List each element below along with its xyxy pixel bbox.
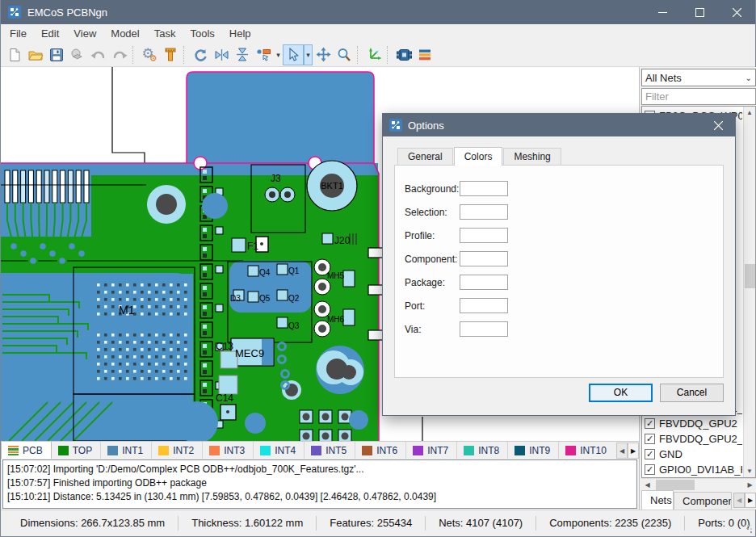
pcb-label-q4: Q4 (259, 268, 271, 277)
layer-color-icon (464, 446, 474, 455)
color-label: Component: (405, 254, 455, 265)
sidebar-tab[interactable]: Components (674, 492, 732, 510)
color-row: Via: (405, 317, 723, 341)
dialog-tab[interactable]: General (397, 148, 453, 165)
layer-tab[interactable]: INT7 (406, 442, 457, 459)
ok-button[interactable]: OK (589, 384, 653, 402)
layer-tab[interactable]: INT3 (203, 442, 254, 459)
layer-tab[interactable]: INT9 (508, 442, 559, 459)
new-file-button[interactable] (4, 44, 25, 65)
sidebar-tabs-scroll-right[interactable]: ▶ (745, 493, 756, 508)
maximize-button[interactable] (681, 0, 718, 24)
refresh-icon (193, 48, 208, 62)
layer-tab[interactable]: TOP (52, 442, 101, 459)
refresh-button[interactable] (190, 44, 211, 65)
color-row: Port: (405, 294, 723, 317)
undo-button[interactable] (88, 44, 109, 65)
color-swatch[interactable] (460, 275, 508, 290)
menu-item[interactable]: File (2, 25, 34, 42)
checkbox-checked-icon[interactable]: ✓ (645, 464, 655, 475)
log-panel[interactable]: [15:07:02] Importing 'D:/Demo/Complex PC… (2, 459, 637, 509)
select-tool-button[interactable] (283, 44, 304, 65)
menu-item[interactable]: Tools (183, 25, 221, 42)
scrollbar-thumb[interactable] (656, 480, 695, 490)
scroll-left-icon[interactable]: ◀ (641, 481, 653, 489)
net-row[interactable]: ✓GND (645, 447, 742, 462)
checkbox-checked-icon[interactable]: ✓ (645, 434, 655, 444)
redo-button[interactable] (109, 44, 130, 65)
pcb-label-mh6: MH6 (327, 315, 345, 324)
sidebar-tab[interactable]: Nets (641, 490, 674, 510)
layer-color-icon (158, 446, 169, 455)
mirror-vertical-button[interactable] (232, 44, 253, 65)
zoom-tool-button[interactable] (334, 44, 355, 65)
scrollbar-thumb[interactable] (745, 264, 755, 288)
pick-mode-button[interactable] (253, 44, 274, 65)
layer-color-icon (260, 446, 271, 455)
minimize-button[interactable] (644, 0, 681, 24)
scroll-right-icon[interactable]: ▶ (744, 481, 756, 489)
status-item: Components: 2235 (2235) (536, 516, 685, 531)
layer-tab[interactable]: PCB (1, 441, 52, 459)
cancel-button[interactable]: Cancel (660, 384, 724, 402)
save-button[interactable] (46, 44, 67, 65)
layer-tab[interactable]: INT10 (559, 442, 615, 459)
dialog-tab[interactable]: Meshing (503, 148, 561, 165)
net-row[interactable]: ✓FBVDDQ_GPU2_SI (645, 431, 742, 447)
nets-horizontal-scrollbar[interactable]: ◀ ▶ (641, 478, 756, 490)
settings-button[interactable]: ⚙⚙ (139, 44, 160, 65)
resize-grip[interactable] (743, 524, 753, 534)
pick-mode-dropdown[interactable]: ▾ (274, 51, 283, 59)
dialog-icon (389, 119, 402, 132)
mirror-horizontal-button[interactable] (211, 44, 232, 65)
color-swatch[interactable] (460, 204, 508, 220)
open-folder-icon (28, 48, 44, 62)
dialog-close-button[interactable] (701, 114, 735, 136)
net-row[interactable]: ✓FBVDDQ_GPU2 (645, 416, 742, 431)
layer-tab[interactable]: INT1 (101, 442, 152, 459)
measure-button[interactable] (160, 44, 181, 65)
chevron-down-icon: ⌄ (746, 73, 752, 82)
layer-tab[interactable]: INT8 (457, 442, 508, 459)
menu-item[interactable]: Task (147, 25, 183, 42)
pan-tool-button[interactable] (313, 44, 334, 65)
checkbox-checked-icon[interactable]: ✓ (645, 449, 655, 459)
import-geometry-button[interactable] (67, 44, 88, 65)
layer-tabs-scroll-left[interactable]: ◀ (616, 443, 628, 459)
menu-item[interactable]: Edit (34, 25, 66, 42)
scroll-up-icon[interactable]: ▲ (744, 107, 756, 119)
layer-tab[interactable]: INT6 (355, 442, 406, 459)
open-button[interactable] (25, 44, 46, 65)
scroll-down-icon[interactable]: ▼ (744, 465, 756, 477)
dialog-title-bar: Options (383, 114, 735, 136)
color-swatch[interactable] (460, 228, 508, 243)
sidebar-tabs-scroll-left[interactable]: ◀ (733, 493, 745, 508)
filter-input[interactable] (641, 88, 756, 105)
nets-scope-combobox[interactable]: All Nets ⌄ (641, 69, 756, 86)
layer-tab[interactable]: INT2 (152, 442, 203, 459)
component-view-button[interactable] (393, 44, 414, 65)
layer-tab[interactable]: INT5 (304, 442, 355, 459)
menu-item[interactable]: Model (103, 25, 146, 42)
color-swatch[interactable] (460, 181, 508, 196)
menu-item[interactable]: View (66, 25, 103, 42)
menu-item[interactable]: Help (222, 25, 258, 42)
close-button[interactable] (718, 0, 755, 24)
layers-button[interactable] (414, 44, 435, 65)
dialog-tab[interactable]: Colors (454, 147, 503, 166)
select-tool-dropdown[interactable]: ▾ (304, 44, 313, 65)
color-swatch[interactable] (460, 321, 508, 337)
color-swatch[interactable] (460, 298, 508, 313)
layer-tab-bar: PCBTOPINT1INT2INT3INT4INT5INT6INT7INT8IN… (1, 441, 639, 459)
pcb-label-mec9: MEC9 (235, 347, 264, 359)
layer-tabs-scroll-right[interactable]: ▶ (628, 443, 639, 459)
color-swatch[interactable] (460, 251, 508, 266)
nets-vertical-scrollbar[interactable]: ▲ ▼ (743, 107, 755, 477)
ruler-icon (163, 47, 178, 62)
axes-button[interactable] (363, 44, 384, 65)
layer-color-icon (413, 446, 423, 455)
checkbox-checked-icon[interactable]: ✓ (645, 418, 655, 429)
net-row[interactable]: ✓GPIO0_DVI1AB_H (645, 462, 742, 477)
layer-color-icon (58, 446, 69, 455)
layer-tab[interactable]: INT4 (254, 442, 304, 459)
